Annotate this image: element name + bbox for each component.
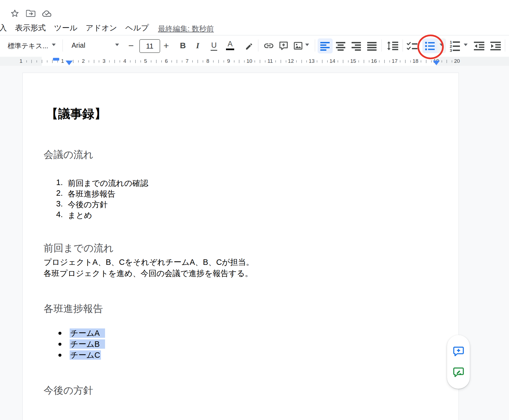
paragraph-style-dropdown[interactable]: 標準テキス... <box>8 41 48 50</box>
ruler-tick <box>348 60 349 63</box>
font-family-arrow-icon[interactable] <box>115 44 119 46</box>
insert-image-arrow-icon[interactable] <box>305 44 309 46</box>
text-color-button[interactable]: A <box>226 40 234 50</box>
ruler-number: 9 <box>227 58 230 64</box>
ruler-number: 18 <box>412 58 418 64</box>
ruler-tick <box>327 60 328 63</box>
increase-indent-button[interactable] <box>490 41 501 51</box>
list-item-text: 前回までの流れの確認 <box>68 178 148 189</box>
menu-item[interactable]: 表示形式 <box>15 23 46 33</box>
ruler-tick <box>426 60 426 63</box>
line-spacing-icon[interactable] <box>387 41 399 51</box>
insert-image-icon[interactable] <box>293 41 303 51</box>
ruler-tick <box>36 60 37 63</box>
left-indent-marker[interactable] <box>66 61 73 65</box>
bullet-dot-icon <box>58 343 61 346</box>
ruler-tick <box>234 60 234 63</box>
menu-item[interactable]: 入 <box>0 23 7 33</box>
bulleted-list-button[interactable] <box>425 41 435 51</box>
list-item-number: 3. <box>52 199 63 208</box>
numbered-list-arrow-icon[interactable] <box>464 44 468 46</box>
highlight-color-icon[interactable] <box>243 40 253 51</box>
menu-item[interactable]: ヘルプ <box>125 23 149 33</box>
ruler-tick <box>301 60 302 63</box>
ruler-tick <box>89 60 89 63</box>
ruler-tick <box>306 60 307 63</box>
ruler-tick <box>42 60 42 63</box>
paragraph-line[interactable]: プロジェクトA、B、CをそれぞれチームA、B、Cが担当。 <box>44 257 254 268</box>
heading-agenda: 会議の流れ <box>44 148 94 161</box>
align-left-button[interactable] <box>320 41 330 51</box>
heading-previous: 前回までの流れ <box>44 242 114 255</box>
ruler-tick <box>109 60 110 63</box>
folder-move-icon[interactable] <box>26 9 36 17</box>
document-canvas: 【議事録】 会議の流れ 1. 前回までの流れの確認 2. 各班進捗報告 3. 今… <box>0 66 509 420</box>
insert-link-icon[interactable] <box>263 40 275 51</box>
text-color-swatch <box>226 49 234 50</box>
menubar: 入表示形式ツールアドオンヘルプ <box>0 23 149 33</box>
ruler-tick <box>421 60 421 63</box>
numbered-list-button[interactable]: 123 <box>450 40 460 52</box>
list-item-text: 各班進捗報告 <box>68 189 115 200</box>
ruler-tick <box>99 60 99 63</box>
align-justify-button[interactable] <box>367 41 377 51</box>
list-item-text: 今後の方針 <box>68 199 108 210</box>
ruler-number: 4 <box>123 58 126 64</box>
selected-text: チームC <box>70 350 101 360</box>
menu-item[interactable]: アドオン <box>86 23 117 33</box>
toolbar-separator <box>505 39 505 52</box>
document-page[interactable]: 【議事録】 会議の流れ 1. 前回までの流れの確認 2. 各班進捗報告 3. 今… <box>22 73 459 420</box>
selected-text: チームB <box>70 339 105 349</box>
italic-button[interactable]: I <box>196 41 199 50</box>
paragraph-line[interactable]: 各班プロジェクトを進め、今回の会議で進捗を報告する。 <box>44 268 253 279</box>
add-comment-fab-icon[interactable] <box>452 345 465 358</box>
right-indent-marker[interactable] <box>433 61 440 65</box>
ruler-tick <box>177 60 177 63</box>
ruler-number: 11 <box>267 58 273 64</box>
bulleted-list-arrow-icon[interactable] <box>440 44 443 46</box>
font-family-value: Arial <box>72 41 85 49</box>
list-item-number: 4. <box>52 210 63 219</box>
align-right-button[interactable] <box>352 41 361 51</box>
ruler-tick <box>47 60 47 63</box>
ruler-tick <box>31 60 32 63</box>
ruler-tick <box>296 60 297 63</box>
floating-action-pill <box>447 335 470 389</box>
ruler-number: 15 <box>350 58 356 64</box>
font-size-input[interactable]: 11 <box>139 39 160 53</box>
ruler-tick <box>78 60 79 63</box>
font-size-increase-button[interactable]: + <box>163 40 169 51</box>
underline-button[interactable]: U <box>211 41 217 51</box>
decrease-indent-button[interactable] <box>474 41 485 51</box>
paragraph-style-arrow-icon[interactable] <box>52 44 56 46</box>
ruler-tick <box>151 60 151 63</box>
ruler-tick <box>286 60 286 63</box>
star-icon[interactable] <box>10 8 20 18</box>
menu-item[interactable]: ツール <box>54 23 77 33</box>
ruler-tick <box>442 60 442 63</box>
font-family-dropdown[interactable]: Arial <box>72 41 85 49</box>
cloud-done-icon <box>42 9 53 17</box>
add-comment-icon[interactable] <box>278 41 289 51</box>
ruler-tick <box>260 60 260 63</box>
checklist-button[interactable] <box>407 42 418 50</box>
ruler-tick <box>431 60 432 63</box>
ruler-number: 12 <box>288 58 294 64</box>
ruler-number: 14 <box>330 58 335 64</box>
suggest-edits-fab-icon[interactable] <box>452 366 465 379</box>
ruler-tick <box>400 60 400 63</box>
ruler-number: 10 <box>247 58 252 64</box>
align-center-button[interactable] <box>336 41 346 51</box>
first-line-indent-marker[interactable] <box>53 58 59 61</box>
numbered-list-digits: 123 <box>450 40 452 52</box>
ruler-number: 16 <box>371 58 377 64</box>
last-edit-link[interactable]: 最終編集: 数秒前 <box>158 24 214 34</box>
font-size-decrease-button[interactable]: − <box>128 40 134 51</box>
ruler-tick <box>358 60 359 63</box>
toolbar-separator <box>63 39 63 52</box>
ruler-tick <box>389 60 390 63</box>
ruler[interactable]: 11234567891011121314151617181920 <box>0 57 509 66</box>
ruler-number: 20 <box>454 58 460 64</box>
bold-button[interactable]: B <box>180 41 186 50</box>
ruler-tick <box>57 60 58 63</box>
